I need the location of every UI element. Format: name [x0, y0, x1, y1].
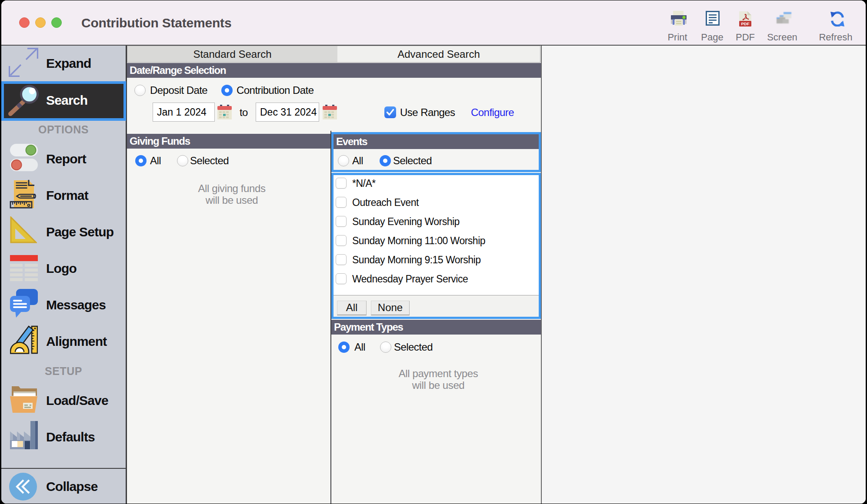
svg-text:PDF: PDF	[741, 21, 750, 26]
